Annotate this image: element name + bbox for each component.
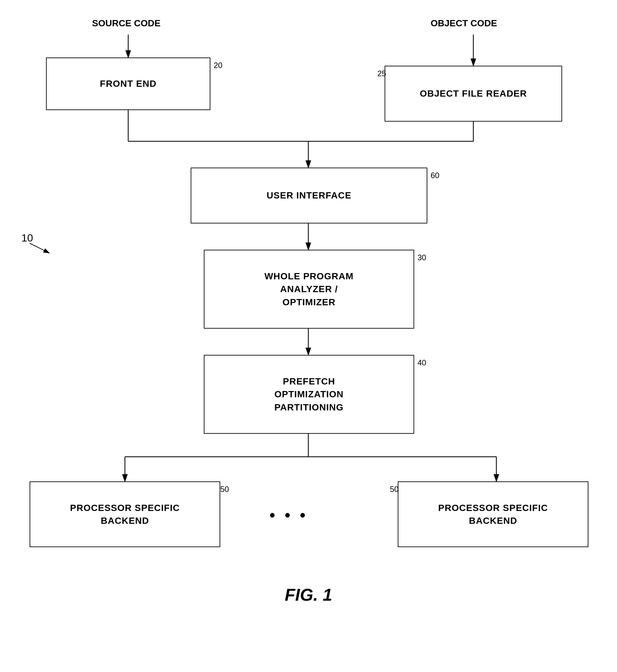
whole-program-analyzer-box: WHOLE PROGRAM ANALYZER / OPTIMIZER (204, 250, 414, 328)
front-end-tag: 20 (214, 61, 223, 70)
whole-program-analyzer-tag: 30 (417, 253, 426, 262)
user-interface-box: USER INTERFACE (191, 168, 427, 223)
source-code-label: SOURCE CODE (92, 18, 160, 29)
object-code-label: OBJECT CODE (431, 18, 497, 29)
diagram-overall-label: 10 (20, 230, 59, 259)
backend-right-box: PROCESSOR SPECIFIC BACKEND (398, 481, 588, 547)
backend-right-tag: 50 (390, 485, 399, 494)
figure-label: FIG. 1 (285, 585, 332, 605)
diagram-container: SOURCE CODE OBJECT CODE FRONT END 20 OBJ… (0, 0, 617, 624)
user-interface-tag: 60 (431, 171, 439, 180)
object-file-reader-box: OBJECT FILE READER (385, 66, 562, 122)
prefetch-optimization-tag: 40 (417, 358, 426, 368)
front-end-box: FRONT END (46, 57, 210, 110)
dots-separator: • • • (269, 506, 308, 524)
object-file-reader-tag: 25 (377, 69, 386, 78)
prefetch-optimization-box: PREFETCH OPTIMIZATION PARTITIONING (204, 355, 414, 434)
backend-left-box: PROCESSOR SPECIFIC BACKEND (30, 481, 220, 547)
svg-text:10: 10 (21, 232, 33, 244)
backend-left-tag: 50 (220, 485, 229, 494)
